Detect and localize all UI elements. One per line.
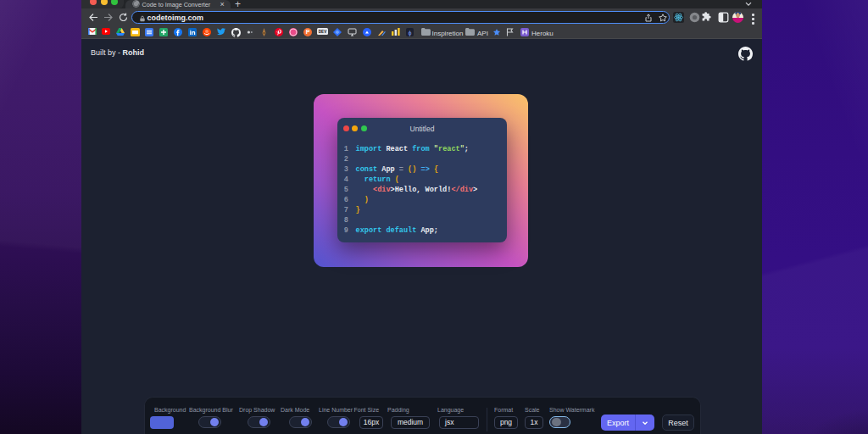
svg-text:P: P bbox=[306, 29, 310, 35]
svg-text:DEV: DEV bbox=[319, 30, 327, 34]
svg-text:ϕ: ϕ bbox=[409, 30, 412, 36]
